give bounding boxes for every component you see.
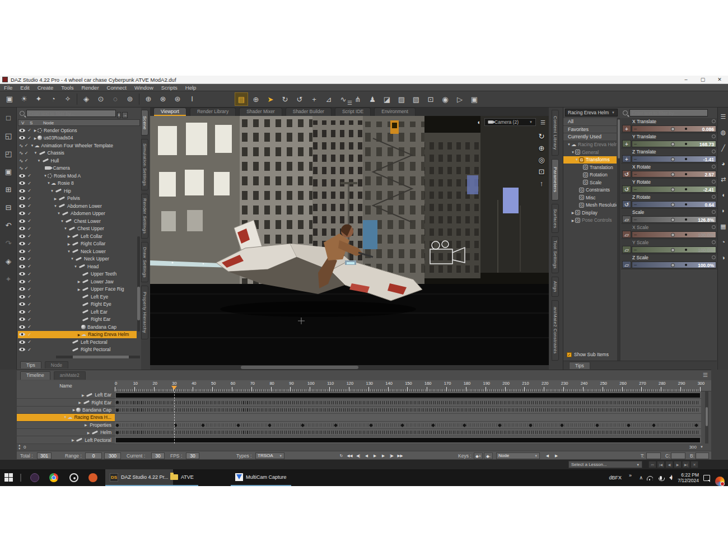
pan-icon[interactable]: ⊕	[536, 142, 547, 154]
create-key-button[interactable]: ◆+	[474, 452, 483, 459]
selectable-icon[interactable]: ✓	[26, 188, 32, 193]
selectable-icon[interactable]: ✓	[26, 136, 32, 141]
new-file-icon[interactable]: □	[0, 111, 17, 125]
expander-icon[interactable]: ▼	[50, 189, 54, 193]
visibility-eye-icon[interactable]	[19, 220, 25, 223]
timeline-row[interactable]: ▼☁Racing Ereva H...	[17, 414, 711, 421]
split-view-icon[interactable]: ◑	[718, 251, 728, 264]
scale-tool-icon[interactable]: ⊿	[322, 93, 335, 106]
scene-tree-item[interactable]: ∿✓▼☁Animation Four Wheeler Template	[18, 142, 137, 150]
expander-icon[interactable]: ▶	[33, 128, 38, 132]
start-button[interactable]	[4, 473, 13, 482]
expander-icon[interactable]: ▼	[43, 174, 48, 178]
new-point-light-icon[interactable]: ✦	[32, 92, 45, 106]
scene-filter-input[interactable]	[26, 110, 116, 117]
spot-render-icon[interactable]: ◉	[438, 93, 452, 106]
new-group-icon[interactable]: ◌	[109, 92, 122, 106]
new-camera-icon[interactable]: ▣	[3, 92, 16, 106]
selectable-icon[interactable]: ✓	[26, 302, 32, 307]
scene-tree-item[interactable]: ✓Right Ear	[18, 316, 137, 324]
expander-icon[interactable]: ▼	[30, 144, 35, 147]
timeline-row[interactable]: ▶Helm	[17, 429, 711, 436]
slider-track[interactable]: –-1.41	[632, 156, 716, 162]
visibility-eye-icon[interactable]	[19, 318, 25, 321]
taskbar-app-1[interactable]: DSDAZ Studio 4.22 Pr...	[105, 469, 173, 486]
scene-tree-item[interactable]: ✓Right Eye	[18, 301, 137, 309]
param-tree-item[interactable]: ▶GDisplay	[563, 209, 617, 217]
muscle-flex-icon[interactable]: ◖	[718, 188, 728, 202]
timeline-row-name[interactable]: ▶Right Ear	[17, 399, 115, 406]
presets-icon[interactable]: ◍	[718, 125, 728, 139]
slider-track[interactable]: –0.086	[632, 125, 716, 132]
title-bar[interactable]: DAZ Studio 4.22 Pro - 4 wheel car chase …	[0, 76, 728, 84]
expander-icon[interactable]: ▶	[78, 400, 82, 404]
viewport-options-icon[interactable]: ☰	[540, 119, 545, 125]
visibility-eye-icon[interactable]	[19, 129, 25, 132]
slider-decrement[interactable]: –	[634, 186, 637, 193]
visibility-animated-icon[interactable]: ∿	[19, 150, 24, 156]
timeline-row-name[interactable]: ▶Left Pectoral	[17, 436, 115, 444]
taskbar-app-2[interactable]: ATVE	[166, 469, 198, 486]
selectable-icon[interactable]: ✓	[26, 249, 32, 254]
add-filter-button[interactable]: +	[117, 112, 121, 118]
export-icon[interactable]: ⊟	[0, 200, 17, 215]
viewport-canvas[interactable]: ◐ Camera (2) ▼ ☰ ↻⊕◎⊡↑	[150, 116, 549, 365]
expander-icon[interactable]: ▶	[53, 197, 58, 200]
visibility-eye-icon[interactable]	[19, 280, 25, 283]
right-tab-content-library[interactable]: Content Library	[552, 110, 559, 156]
selectable-icon[interactable]: ✓	[26, 332, 32, 337]
visibility-eye-icon[interactable]	[19, 310, 25, 314]
selectable-icon[interactable]: ✓	[26, 317, 32, 322]
new-instance-icon[interactable]: ⊚	[123, 92, 137, 106]
expander-icon[interactable]: ▶	[81, 393, 85, 397]
visibility-eye-icon[interactable]	[19, 272, 25, 276]
selectable-icon[interactable]: ✓	[24, 158, 30, 163]
slider-y-scale[interactable]: Y Scale▱–100.0%	[621, 239, 717, 254]
visibility-animated-icon[interactable]: ∿	[19, 143, 24, 148]
slider-decrement[interactable]: –	[634, 141, 637, 147]
delete-key-button[interactable]: ◆-	[484, 452, 493, 459]
new-linear-point-light-icon[interactable]: ✧	[61, 92, 74, 106]
new-ik-chain-icon[interactable]: ⊛	[171, 92, 184, 106]
selectable-icon[interactable]: ✓	[26, 347, 32, 352]
scene-tree-item[interactable]: ✓Right Pectoral	[18, 346, 137, 353]
node-selection-tool-icon[interactable]: ➤	[264, 93, 277, 106]
merge-icon[interactable]: ◈	[0, 254, 17, 269]
visibility-eye-icon[interactable]	[19, 204, 25, 208]
viewport-horizontal-scrollbar[interactable]	[150, 365, 549, 370]
scene-tree-item[interactable]: ✓▶Lower Jaw	[18, 278, 137, 286]
capture-app-icon[interactable]	[88, 473, 97, 482]
maximize-button[interactable]: ▢	[694, 76, 711, 84]
scene-tree-item[interactable]: ✓▼Chest Lower	[18, 217, 137, 225]
selectable-icon[interactable]: ✓	[26, 324, 32, 329]
range-start-field[interactable]: 0	[85, 452, 102, 459]
region-navigator-icon[interactable]: ⊡	[424, 93, 437, 106]
dolly-zoom-icon[interactable]: ◎	[536, 154, 547, 166]
menu-file[interactable]: File	[0, 85, 16, 91]
tab-node[interactable]: Node	[45, 361, 68, 368]
frame-icon[interactable]: ⊡	[536, 166, 547, 178]
tab-tips[interactable]: Tips	[20, 361, 41, 368]
column-visibility[interactable]: V	[21, 120, 24, 125]
slider-thumb[interactable]	[671, 127, 675, 131]
scene-tree-item[interactable]: ✓▶Render Options	[18, 127, 137, 134]
slider-increment[interactable]	[685, 188, 687, 190]
rotate-tool-icon[interactable]: ↻	[278, 93, 292, 106]
scene-tree-item[interactable]: ∿✓Camera	[18, 165, 137, 172]
slider-track[interactable]: –-2.41	[632, 186, 716, 193]
slider-thumb[interactable]	[671, 172, 675, 176]
new-node-icon[interactable]: ⊕	[142, 92, 155, 106]
scene-tree-item[interactable]: ∿✓▼Hull	[18, 157, 137, 165]
muscle-bend-icon[interactable]: ◗	[718, 204, 728, 217]
param-nav-currently-used[interactable]: Currently Used	[563, 133, 617, 141]
expander-icon[interactable]: ▶	[571, 218, 575, 222]
timeline-track[interactable]	[115, 399, 701, 406]
visibility-eye-icon[interactable]	[19, 325, 25, 329]
param-tree-item[interactable]: GScale	[563, 179, 617, 186]
edit-mode-icon[interactable]: ╱	[718, 141, 728, 155]
scene-tree-item[interactable]: ✓▶us03Roads04	[18, 134, 137, 142]
c-field[interactable]	[671, 452, 685, 459]
selectable-icon[interactable]: ✓	[26, 218, 32, 223]
selectable-icon[interactable]: ✓	[26, 339, 32, 344]
param-filter-input[interactable]	[629, 109, 708, 116]
